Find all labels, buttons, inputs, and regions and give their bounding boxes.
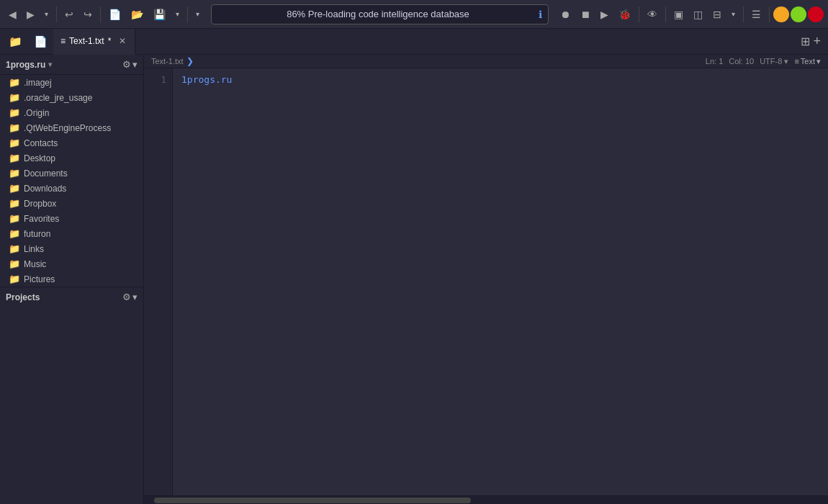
tabbar-right: ⊞ +: [801, 34, 825, 49]
item-label-12: Music: [24, 259, 46, 269]
folder-icon-8: 📁: [9, 198, 20, 209]
maximize-button[interactable]: [791, 6, 806, 22]
close-button[interactable]: [808, 6, 824, 22]
minimize-button[interactable]: [773, 6, 789, 22]
sidebar-item--oracle-jre-usage[interactable]: 📁.oracle_jre_usage: [0, 90, 143, 105]
item-label-11: Links: [24, 244, 44, 254]
layout1-button[interactable]: ▣: [670, 6, 688, 23]
item-label-2: .Origin: [24, 108, 49, 118]
sidebar-item-documents[interactable]: 📁Documents: [0, 166, 143, 181]
forward-button[interactable]: ▶: [22, 6, 39, 23]
separator-1: [56, 6, 57, 22]
item-label-6: Documents: [24, 168, 68, 179]
play-button[interactable]: ▶: [596, 6, 613, 23]
separator-4: [639, 6, 639, 22]
sidebar-item-music[interactable]: 📁Music: [0, 256, 143, 271]
sidebar-items-list: 📁.imagej📁.oracle_jre_usage📁.Origin📁.QtWe…: [0, 75, 143, 287]
folder-icon-3: 📁: [9, 122, 20, 133]
tabbar-add-button[interactable]: +: [813, 34, 821, 49]
separator-5: [665, 6, 666, 22]
text-format-dropdown-icon: ▾: [816, 57, 821, 66]
go-button[interactable]: ▾: [192, 7, 204, 21]
sidebar: 1progs.ru ▾ ⚙ ▾ 📁.imagej📁.oracle_jre_usa…: [0, 55, 144, 504]
debug-button[interactable]: 🐞: [614, 6, 635, 23]
sidebar-title-text: 1progs.ru: [6, 60, 45, 70]
item-label-7: Downloads: [24, 184, 66, 194]
sidebar-settings-button[interactable]: ⚙ ▾: [122, 59, 138, 70]
tab-close-button[interactable]: ✕: [117, 36, 127, 46]
open-button[interactable]: 📂: [127, 6, 148, 23]
folder-tab-button[interactable]: 📁: [3, 32, 28, 51]
hamburger-button[interactable]: ☰: [747, 6, 765, 23]
projects-settings-button[interactable]: ⚙ ▾: [122, 292, 138, 302]
sidebar-item-links[interactable]: 📁Links: [0, 241, 143, 256]
code-line-1: 1progs.ru: [181, 74, 232, 85]
redo-button[interactable]: ↪: [79, 6, 96, 23]
sidebar-item-contacts[interactable]: 📁Contacts: [0, 135, 143, 150]
sidebar-item-favorites[interactable]: 📁Favorites: [0, 211, 143, 226]
editor-content: 1 1progs.ru: [144, 68, 828, 495]
folder-icon-6: 📁: [9, 168, 20, 179]
tab-icon: ≡: [60, 36, 66, 46]
layout2-button[interactable]: ◫: [689, 6, 707, 23]
editor-top-bar: Text-1.txt ❯ Ln: 1 Col: 10 UTF-8 ▾ ≡ Tex…: [144, 55, 828, 68]
tabbar-extra1-button[interactable]: ⊞: [801, 35, 810, 48]
sidebar-header: 1progs.ru ▾ ⚙ ▾: [0, 55, 143, 75]
layout3-button[interactable]: ⊟: [708, 6, 726, 23]
preview-button[interactable]: 👁: [643, 6, 662, 23]
tab-text1[interactable]: ≡ Text-1.txt * ✕: [53, 29, 135, 55]
nav-dropdown-button[interactable]: ▾: [40, 7, 53, 21]
layout-dropdown-button[interactable]: ▾: [727, 7, 739, 21]
folder-icon-9: 📁: [9, 213, 20, 224]
text-format-icon: ≡: [794, 57, 798, 66]
sidebar-item-downloads[interactable]: 📁Downloads: [0, 181, 143, 196]
separator-3: [187, 6, 188, 22]
sidebar-item-dropbox[interactable]: 📁Dropbox: [0, 196, 143, 211]
sidebar-title[interactable]: 1progs.ru ▾: [6, 60, 52, 70]
projects-title-label: Projects: [6, 292, 40, 302]
item-label-13: Pictures: [24, 274, 55, 284]
sidebar-item--origin[interactable]: 📁.Origin: [0, 105, 143, 120]
record-button[interactable]: ⏺: [556, 6, 575, 23]
save-button[interactable]: 💾: [149, 6, 170, 23]
sidebar-item-futuron[interactable]: 📁futuron: [0, 226, 143, 241]
folder-icon-13: 📁: [9, 274, 20, 284]
info-icon[interactable]: ℹ: [539, 9, 542, 20]
sidebar-item--imagej[interactable]: 📁.imagej: [0, 75, 143, 90]
item-label-8: Dropbox: [24, 199, 56, 209]
text-format-button[interactable]: ≡ Text ▾: [794, 57, 821, 66]
breadcrumb-file: Text-1.txt: [151, 57, 184, 66]
tabbar: 📁 📄 ≡ Text-1.txt * ✕ ⊞ +: [0, 29, 828, 55]
breadcrumb-chevron-icon: ❯: [186, 56, 194, 66]
item-label-0: .imagej: [24, 78, 52, 88]
line-number-1: 1: [151, 74, 166, 85]
item-label-10: futuron: [24, 229, 50, 239]
encoding-dropdown-icon: ▾: [784, 57, 788, 66]
separator-6: [743, 6, 744, 22]
editor-area: Text-1.txt ❯ Ln: 1 Col: 10 UTF-8 ▾ ≡ Tex…: [144, 55, 828, 504]
line-numbers: 1: [144, 68, 173, 495]
status-col: Col: 10: [729, 57, 754, 66]
undo-button[interactable]: ↩: [60, 6, 78, 23]
folder-icon-7: 📁: [9, 183, 20, 194]
main-area: 1progs.ru ▾ ⚙ ▾ 📁.imagej📁.oracle_jre_usa…: [0, 55, 828, 504]
scrollbar-thumb[interactable]: [154, 498, 471, 503]
status-ln: Ln: 1: [706, 57, 723, 66]
status-info-area: Ln: 1 Col: 10 UTF-8 ▾ ≡ Text ▾: [706, 57, 821, 66]
folder-icon-2: 📁: [9, 107, 20, 118]
new-file-button[interactable]: 📄: [104, 6, 125, 23]
address-bar-input[interactable]: [217, 9, 539, 19]
sidebar-item--qtwebengineprocess[interactable]: 📁.QtWebEngineProcess: [0, 120, 143, 135]
sidebar-title-arrow-icon: ▾: [48, 60, 52, 68]
save-dropdown-button[interactable]: ▾: [171, 7, 184, 21]
sidebar-item-pictures[interactable]: 📁Pictures: [0, 271, 143, 287]
sidebar-item-desktop[interactable]: 📁Desktop: [0, 150, 143, 166]
horizontal-scrollbar[interactable]: [144, 495, 828, 504]
stop-button[interactable]: ⏹: [576, 6, 595, 23]
encoding-button[interactable]: UTF-8 ▾: [760, 57, 788, 66]
item-label-9: Favorites: [24, 214, 59, 224]
code-area[interactable]: 1progs.ru: [173, 68, 828, 495]
new-file-tab-button[interactable]: 📄: [28, 32, 53, 51]
projects-dropdown-icon: ▾: [132, 292, 138, 302]
back-button[interactable]: ◀: [4, 6, 21, 23]
